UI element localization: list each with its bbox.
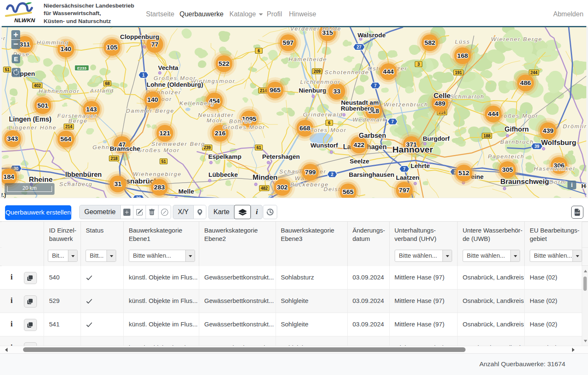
svg-text:Stemweder Berg: Stemweder Berg bbox=[151, 141, 206, 147]
svg-text:Lingen (Ems): Lingen (Ems) bbox=[9, 116, 51, 123]
svg-text:143: 143 bbox=[86, 106, 97, 113]
svg-text:77: 77 bbox=[151, 41, 158, 48]
svg-text:965: 965 bbox=[270, 86, 281, 93]
svg-text:Bramsche: Bramsche bbox=[110, 145, 140, 152]
svg-text:668: 668 bbox=[299, 124, 310, 132]
svg-text:Großes Moor: Großes Moor bbox=[223, 124, 265, 130]
svg-text:Drömling: Drömling bbox=[563, 123, 588, 129]
svg-text:Laatzen: Laatzen bbox=[396, 174, 419, 181]
svg-text:121: 121 bbox=[159, 129, 170, 137]
svg-text:Totes Moor: Totes Moor bbox=[310, 127, 346, 133]
svg-text:191: 191 bbox=[455, 70, 462, 75]
svg-text:Petershagen: Petershagen bbox=[262, 153, 300, 160]
svg-text:NLWKN: NLWKN bbox=[14, 17, 35, 23]
svg-text:1: 1 bbox=[142, 72, 145, 78]
svg-text:Rübenberg: Rübenberg bbox=[341, 105, 374, 112]
svg-text:CSV: CSV bbox=[575, 212, 580, 214]
svg-text:68: 68 bbox=[105, 81, 110, 86]
svg-text:Lichtenmoor: Lichtenmoor bbox=[300, 79, 341, 85]
svg-text:Wedemark: Wedemark bbox=[352, 116, 386, 123]
svg-text:501: 501 bbox=[37, 102, 48, 109]
svg-text:7: 7 bbox=[374, 83, 377, 88]
svg-text:6: 6 bbox=[328, 121, 330, 125]
svg-text:Schmarloh: Schmarloh bbox=[450, 93, 485, 100]
svg-text:Hümmling: Hümmling bbox=[37, 39, 69, 46]
svg-text:216: 216 bbox=[215, 129, 226, 137]
svg-text:311: 311 bbox=[19, 41, 30, 48]
svg-text:3: 3 bbox=[417, 62, 420, 67]
svg-text:422: 422 bbox=[354, 141, 364, 148]
svg-text:302: 302 bbox=[277, 184, 288, 191]
svg-text:Großes Moor: Großes Moor bbox=[137, 147, 180, 153]
svg-text:Verdener Heide: Verdener Heide bbox=[290, 27, 341, 32]
svg-text:Wiehengebirge: Wiehengebirge bbox=[133, 171, 182, 177]
svg-text:Ibbenbüren: Ibbenbüren bbox=[65, 171, 101, 178]
svg-text:Cloppenburg: Cloppenburg bbox=[120, 33, 159, 40]
svg-text:Artland: Artland bbox=[90, 88, 114, 94]
svg-text:283: 283 bbox=[154, 184, 165, 191]
svg-text:Seelze: Seelze bbox=[350, 158, 369, 165]
svg-text:E233: E233 bbox=[77, 66, 86, 70]
svg-text:Lehrte: Lehrte bbox=[411, 162, 430, 169]
svg-text:Schafberg: Schafberg bbox=[59, 181, 93, 187]
svg-text:565: 565 bbox=[343, 188, 354, 195]
svg-text:Wietzenbruch: Wietzenbruch bbox=[384, 101, 428, 108]
svg-text:Böhrde: Böhrde bbox=[229, 118, 252, 124]
svg-text:188: 188 bbox=[484, 134, 491, 138]
svg-text:Melle: Melle bbox=[178, 188, 194, 195]
svg-text:Berge: Berge bbox=[68, 118, 88, 124]
svg-text:Lohne (Oldenburg): Lohne (Oldenburg) bbox=[147, 81, 203, 88]
svg-text:Lüss: Lüss bbox=[455, 39, 471, 45]
svg-text:Barsinghausen: Barsinghausen bbox=[349, 171, 394, 178]
svg-text:218: 218 bbox=[111, 156, 118, 161]
svg-text:Gifhorn: Gifhorn bbox=[505, 126, 529, 133]
svg-text:439: 439 bbox=[543, 127, 554, 134]
svg-text:Celle: Celle bbox=[434, 92, 451, 100]
svg-text:27: 27 bbox=[356, 44, 362, 49]
svg-text:564: 564 bbox=[60, 135, 71, 142]
svg-text:444: 444 bbox=[488, 110, 499, 117]
svg-text:33: 33 bbox=[333, 88, 341, 95]
svg-text:597: 597 bbox=[283, 39, 294, 46]
svg-text:522: 522 bbox=[219, 60, 229, 67]
svg-text:Lingener Höhe: Lingener Höhe bbox=[9, 124, 57, 131]
svg-text:343: 343 bbox=[7, 135, 18, 142]
svg-text:Wierener Berge: Wierener Berge bbox=[491, 36, 542, 42]
svg-text:Wunstorf: Wunstorf bbox=[310, 142, 338, 149]
svg-text:Espelkamp: Espelkamp bbox=[208, 153, 241, 160]
svg-text:31: 31 bbox=[114, 180, 122, 187]
svg-text:Vechta: Vechta bbox=[158, 64, 179, 71]
svg-text:Burgdorf: Burgdorf bbox=[423, 135, 450, 142]
svg-text:7: 7 bbox=[391, 119, 394, 124]
svg-text:Garbsen: Garbsen bbox=[359, 132, 386, 139]
svg-text:61: 61 bbox=[256, 145, 261, 150]
svg-text:Walsrode: Walsrode bbox=[358, 31, 386, 39]
svg-text:582: 582 bbox=[424, 39, 435, 46]
svg-text:Braunschweig: Braunschweig bbox=[500, 178, 549, 186]
svg-text:105: 105 bbox=[107, 44, 117, 51]
svg-text:51: 51 bbox=[5, 67, 10, 72]
svg-text:39: 39 bbox=[534, 144, 539, 149]
svg-text:402: 402 bbox=[34, 83, 41, 88]
svg-text:Minden: Minden bbox=[252, 173, 278, 181]
svg-text:209: 209 bbox=[314, 69, 321, 74]
svg-text:Gehn: Gehn bbox=[92, 144, 109, 150]
svg-text:482: 482 bbox=[261, 186, 268, 191]
svg-text:512: 512 bbox=[458, 169, 469, 176]
svg-text:Barnbruch: Barnbruch bbox=[500, 139, 534, 145]
svg-text:168: 168 bbox=[457, 52, 468, 59]
svg-text:184: 184 bbox=[3, 173, 14, 180]
svg-text:140: 140 bbox=[147, 96, 158, 103]
svg-text:Dammer Berge: Dammer Berge bbox=[126, 108, 174, 114]
svg-text:444: 444 bbox=[383, 68, 394, 75]
svg-text:799: 799 bbox=[305, 168, 316, 176]
svg-text:Dorm: Dorm bbox=[549, 179, 567, 185]
svg-text:2: 2 bbox=[331, 172, 333, 177]
svg-text:Wolfsburg: Wolfsburg bbox=[541, 139, 576, 147]
svg-text:Großes Moor: Großes Moor bbox=[154, 75, 196, 81]
svg-text:6: 6 bbox=[258, 49, 260, 53]
svg-text:Hasenwinkel: Hasenwinkel bbox=[534, 166, 575, 172]
svg-text:797: 797 bbox=[399, 186, 410, 194]
svg-text:Schotenheide: Schotenheide bbox=[325, 69, 369, 75]
svg-text:Rheine: Rheine bbox=[29, 176, 53, 184]
